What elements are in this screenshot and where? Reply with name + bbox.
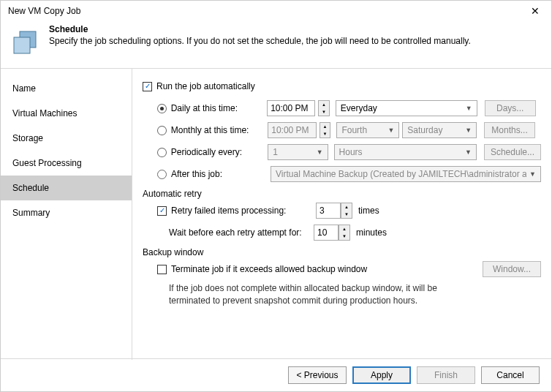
header-heading: Schedule: [49, 24, 471, 34]
periodic-label: Periodically every:: [171, 147, 268, 157]
sidebar-item-storage[interactable]: Storage: [1, 126, 132, 151]
monthly-label: Monthly at this time:: [171, 125, 268, 135]
terminate-label: Terminate job if it exceeds allowed back…: [171, 264, 483, 274]
header-subtext: Specify the job scheduling options. If y…: [49, 36, 471, 46]
monthly-day-select: Saturday▼: [402, 122, 477, 138]
schedule-icon: [10, 27, 42, 59]
daily-time-spinner[interactable]: ▲▼: [318, 100, 330, 116]
monthly-radio[interactable]: [157, 126, 167, 135]
wizard-sidebar: Name Virtual Machines Storage Guest Proc…: [1, 69, 132, 360]
periodic-radio[interactable]: [157, 148, 167, 157]
retry-label: Retry failed items processing:: [171, 206, 316, 216]
wait-value-input[interactable]: 10: [314, 225, 339, 241]
daily-recurrence-select[interactable]: Everyday▼: [336, 100, 477, 116]
sidebar-item-schedule[interactable]: Schedule: [1, 176, 132, 200]
daily-radio[interactable]: [157, 104, 167, 113]
window-description: If the job does not complete within allo…: [143, 282, 464, 307]
periodic-unit-select: Hours▼: [334, 144, 477, 160]
close-icon[interactable]: ✕: [526, 5, 544, 17]
run-auto-label: Run the job automatically: [156, 81, 255, 91]
previous-button[interactable]: < Previous: [288, 366, 347, 384]
window-button: Window...: [483, 261, 541, 277]
daily-label: Daily at this time:: [171, 103, 268, 113]
periodic-value-select: 1▼: [268, 144, 328, 160]
minutes-label: minutes: [356, 227, 387, 238]
sidebar-item-summary[interactable]: Summary: [1, 200, 132, 225]
sidebar-item-guest-processing[interactable]: Guest Processing: [1, 151, 132, 176]
window-title: New VM Copy Job: [8, 6, 526, 16]
wait-value-spinner[interactable]: ▲▼: [339, 225, 350, 241]
retry-checkbox[interactable]: ✓: [157, 206, 167, 216]
apply-button[interactable]: Apply: [352, 366, 411, 384]
retry-count-spinner[interactable]: ▲▼: [341, 203, 352, 219]
monthly-time-spinner: ▲▼: [320, 122, 331, 138]
monthly-time-input: 10:00 PM: [268, 122, 317, 138]
months-button: Months...: [484, 122, 535, 138]
sidebar-item-name[interactable]: Name: [1, 76, 132, 101]
finish-button: Finish: [417, 366, 475, 384]
days-button: Days...: [485, 100, 536, 116]
after-job-label: After this job:: [171, 169, 271, 179]
daily-time-input[interactable]: 10:00 PM: [267, 100, 315, 116]
wait-label: Wait before each retry attempt for:: [169, 227, 314, 238]
run-auto-checkbox[interactable]: ✓: [143, 82, 152, 91]
svg-rect-1: [14, 37, 30, 53]
monthly-ordinal-select: Fourth▼: [336, 122, 399, 138]
cancel-button[interactable]: Cancel: [481, 366, 540, 384]
retry-section-label: Automatic retry: [143, 189, 541, 199]
chevron-down-icon: ▼: [466, 105, 472, 112]
retry-count-input[interactable]: 3: [316, 203, 341, 219]
sidebar-item-virtual-machines[interactable]: Virtual Machines: [1, 101, 132, 126]
window-section-label: Backup window: [143, 247, 541, 257]
after-job-select: Virtual Machine Backup (Created by JAMIL…: [271, 166, 541, 182]
times-label: times: [358, 206, 379, 216]
after-job-radio[interactable]: [157, 170, 167, 179]
terminate-checkbox[interactable]: [157, 265, 167, 274]
schedule-button: Schedule...: [484, 144, 541, 160]
